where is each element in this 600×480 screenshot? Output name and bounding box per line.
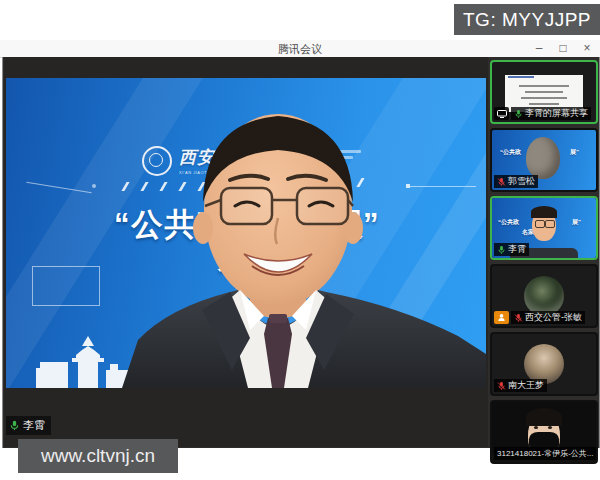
mic-on-icon [9, 420, 20, 431]
mic-muted-icon [514, 313, 523, 323]
avatar [524, 276, 564, 316]
participant-label: 李霄 [494, 243, 529, 256]
participant-tile-wang-meng[interactable]: 南大王梦 [490, 332, 598, 396]
participant-tile-li-xiao[interactable]: “公共政 展” 名家 李霄 [490, 196, 598, 260]
speaker-name-tag: 李霄 [6, 416, 51, 435]
meeting-window-body: 西安交通大学 XI'AN JIAOTONG UNIVERSITY “公共政 展” [2, 57, 600, 448]
site-watermark: www.cltvnj.cn [18, 439, 178, 473]
window-title: 腾讯会议 [0, 42, 600, 57]
main-speaker-video[interactable]: 西安交通大学 XI'AN JIAOTONG UNIVERSITY “公共政 展” [4, 57, 488, 447]
presentation-slide-background: 西安交通大学 XI'AN JIAOTONG UNIVERSITY “公共政 展” [6, 78, 486, 388]
mic-muted-icon [497, 381, 506, 391]
participant-name-text: 西交公管-张敏 [525, 311, 582, 324]
speaker-portrait [6, 78, 486, 388]
maximize-button[interactable]: □ [556, 41, 570, 56]
speaker-name-text: 李霄 [23, 418, 45, 433]
participant-name-text: 南大王梦 [508, 379, 544, 392]
participant-tile-screen-share[interactable]: 李霄的屏幕共享 [490, 60, 598, 124]
participants-sidebar: 李霄的屏幕共享 “公共政 展” 郭雪松 “公共政 [490, 60, 598, 468]
participant-tile-zhang-min[interactable]: 西交公管-张敏 [490, 264, 598, 328]
window-controls: – □ × [532, 40, 594, 57]
participant-head-silhouette [526, 137, 560, 179]
participant-label: 3121418021-常伊乐-公共... [494, 447, 597, 460]
participant-name-text: 李霄 [508, 243, 526, 256]
avatar [524, 344, 564, 384]
participant-label: 郭雪松 [494, 175, 538, 188]
participant-name-text: 李霄的屏幕共享 [525, 107, 588, 120]
screen-share-icon [494, 107, 509, 120]
participant-tile-chang-yile[interactable]: 3121418021-常伊乐-公共... [490, 400, 598, 464]
close-button[interactable]: × [580, 41, 594, 56]
participant-tile-guo-xuesong[interactable]: “公共政 展” 郭雪松 [490, 128, 598, 192]
minimize-button[interactable]: – [532, 41, 546, 56]
participant-label: 李霄的屏幕共享 [511, 107, 591, 120]
screenshot-root: { "overlays": { "tg_badge": "TG: MYYJJPP… [0, 0, 600, 480]
member-badge-icon [494, 311, 509, 324]
participant-label: 西交公管-张敏 [511, 311, 585, 324]
window-titlebar[interactable]: 腾讯会议 – □ × [0, 40, 600, 58]
participant-name-text: 郭雪松 [508, 175, 535, 188]
mini-speaker-face [529, 206, 559, 244]
mic-on-icon [514, 109, 523, 119]
mic-on-icon [497, 245, 506, 255]
tg-watermark-badge: TG: MYYJJPP [454, 4, 600, 35]
participant-label: 南大王梦 [494, 379, 547, 392]
mic-muted-icon [497, 177, 506, 187]
participant-name-text: 3121418021-常伊乐-公共... [497, 447, 594, 460]
